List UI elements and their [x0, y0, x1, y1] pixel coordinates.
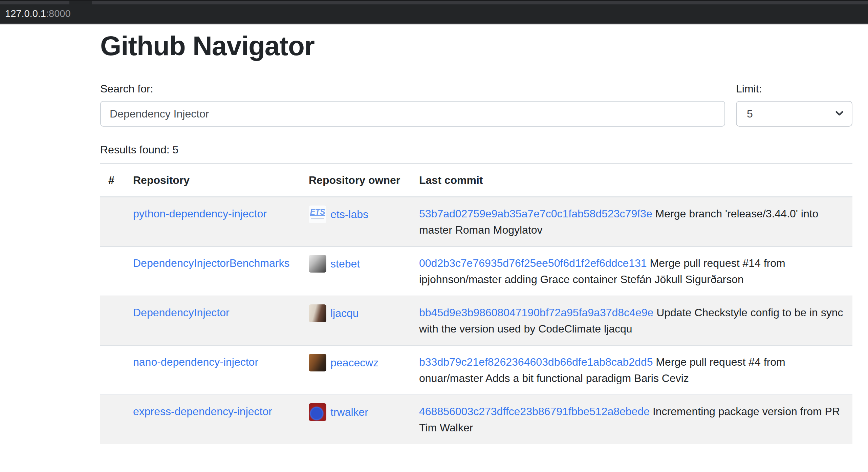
owner-link[interactable]: ets-labs [330, 206, 368, 222]
browser-tab-notch [69, 1, 92, 5]
page-container: Github Navigator Search for: Limit: 5 Re… [100, 24, 852, 444]
repo-link[interactable]: python-dependency-injector [133, 208, 267, 220]
owner-cell: ljacqu [309, 304, 403, 322]
commit-sha-link[interactable]: bb45d9e3b98608047190bf72a95fa9a37d8c4e9e [419, 306, 653, 319]
repo-link[interactable]: express-dependency-injector [133, 405, 272, 417]
repo-link[interactable]: nano-dependency-injector [133, 356, 258, 368]
row-num [100, 296, 125, 345]
row-num [100, 395, 125, 444]
commit-author: Stefán Jökull Sigurðarson [620, 273, 744, 285]
owner-link[interactable]: stebet [330, 256, 360, 272]
ets-logo-subline [311, 218, 324, 219]
search-form: Search for: Limit: 5 [100, 81, 852, 127]
commit-sha-link[interactable]: 00d2b3c7e76935d76f25ee50f6d1f2ef6ddce131 [419, 257, 647, 269]
owner-avatar [309, 354, 326, 371]
commit-author: ljacqu [604, 323, 632, 335]
limit-select[interactable]: 5 [736, 101, 852, 127]
repo-link[interactable]: DependencyInjector [133, 306, 230, 319]
table-row: python-dependency-injector ETS ets-labs … [100, 197, 852, 247]
owner-cell: peacecwz [309, 354, 403, 371]
limit-label: Limit: [736, 81, 852, 97]
table-row: DependencyInjectorBenchmarks stebet 00d2… [100, 246, 852, 296]
url-host: 127.0.0.1 [5, 8, 46, 19]
column-header-repository: Repository [125, 164, 301, 197]
limit-column: Limit: 5 [736, 81, 852, 127]
commit-cell: 53b7ad02759e9ab35a7e7c0c1fab58d523c79f3e… [411, 197, 852, 247]
commit-cell: 00d2b3c7e76935d76f25ee50f6d1f2ef6ddce131… [411, 246, 852, 296]
owner-avatar [309, 403, 326, 421]
limit-select-wrap: 5 [736, 101, 852, 127]
table-header-row: # Repository Repository owner Last commi… [100, 164, 852, 197]
owner-cell: stebet [309, 255, 403, 273]
owner-cell: trwalker [309, 403, 403, 421]
browser-tabstrip [0, 0, 868, 4]
owner-avatar [309, 304, 326, 322]
url-port: :8000 [46, 8, 71, 19]
column-header-owner: Repository owner [301, 164, 411, 197]
row-num [100, 246, 125, 296]
commit-author: Baris Ceviz [634, 372, 689, 384]
commit-sha-link[interactable]: 468856003c273dffce23b86791fbbe512a8ebede [419, 405, 650, 417]
results-summary: Results found: 5 [100, 142, 852, 158]
commit-author: Roman Mogylatov [455, 224, 543, 236]
owner-cell: ETS ets-labs [309, 206, 403, 223]
owner-link[interactable]: peacecwz [330, 355, 378, 371]
commit-sha-link[interactable]: b33db79c21ef8262364603db66dfe1ab8cab2dd5 [419, 356, 653, 368]
search-column: Search for: [100, 81, 725, 127]
commit-message: Incrementing package version from PR [653, 405, 840, 417]
search-input[interactable] [100, 101, 725, 127]
table-row: nano-dependency-injector peacecwz b33db7… [100, 345, 852, 395]
browser-chrome: 127.0.0.1:8000 [0, 0, 868, 24]
column-header-last-commit: Last commit [411, 164, 852, 197]
owner-link[interactable]: ljacqu [330, 305, 359, 321]
browser-url-bar[interactable]: 127.0.0.1:8000 [0, 4, 868, 23]
commit-sha-link[interactable]: 53b7ad02759e9ab35a7e7c0c1fab58d523c79f3e [419, 208, 652, 220]
page-title: Github Navigator [100, 30, 852, 62]
commit-author: Tim Walker [419, 422, 473, 434]
commit-cell: 468856003c273dffce23b86791fbbe512a8ebede… [411, 395, 852, 444]
row-num [100, 345, 125, 395]
owner-avatar: ETS [309, 206, 326, 223]
commit-cell: b33db79c21ef8262364603db66dfe1ab8cab2dd5… [411, 345, 852, 395]
results-table: # Repository Repository owner Last commi… [100, 163, 852, 444]
owner-link[interactable]: trwalker [330, 404, 368, 420]
commit-cell: bb45d9e3b98608047190bf72a95fa9a37d8c4e9e… [411, 296, 852, 345]
table-row: express-dependency-injector trwalker 468… [100, 395, 852, 444]
column-header-num: # [100, 164, 125, 197]
row-num [100, 197, 125, 247]
repo-link[interactable]: DependencyInjectorBenchmarks [133, 257, 289, 269]
search-label: Search for: [100, 81, 725, 97]
ets-logo-text: ETS [309, 208, 326, 216]
owner-avatar [309, 255, 326, 273]
table-row: DependencyInjector ljacqu bb45d9e3b98608… [100, 296, 852, 345]
